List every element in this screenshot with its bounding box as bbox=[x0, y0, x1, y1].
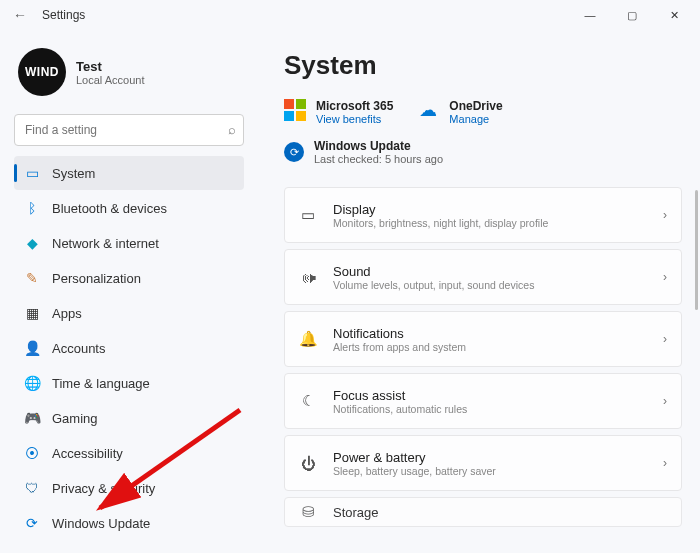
apps-icon: ▦ bbox=[24, 305, 40, 321]
minimize-button[interactable]: — bbox=[578, 3, 602, 27]
display-icon: ▭ bbox=[299, 206, 317, 224]
update-icon: ⟳ bbox=[24, 515, 40, 531]
focus-icon: ☾ bbox=[299, 392, 317, 410]
chevron-right-icon: › bbox=[663, 456, 667, 470]
card-power[interactable]: ⏻ Power & battery Sleep, battery usage, … bbox=[284, 435, 682, 491]
sidebar-item-network[interactable]: ◆ Network & internet bbox=[14, 226, 244, 260]
sidebar-item-label: Accounts bbox=[52, 341, 105, 356]
status-onedrive[interactable]: ☁ OneDrive Manage bbox=[417, 99, 502, 125]
personalization-icon: ✎ bbox=[24, 270, 40, 286]
card-focus[interactable]: ☾ Focus assist Notifications, automatic … bbox=[284, 373, 682, 429]
status-title: OneDrive bbox=[449, 99, 502, 113]
card-title: Display bbox=[333, 202, 647, 217]
accounts-icon: 👤 bbox=[24, 340, 40, 356]
card-sub: Volume levels, output, input, sound devi… bbox=[333, 279, 647, 291]
user-name: Test bbox=[76, 59, 145, 74]
titlebar: ← Settings — ▢ ✕ bbox=[0, 0, 700, 30]
notifications-icon: 🔔 bbox=[299, 330, 317, 348]
sidebar-item-privacy[interactable]: 🛡 Privacy & security bbox=[14, 471, 244, 505]
page-title: System bbox=[284, 50, 682, 81]
card-notifications[interactable]: 🔔 Notifications Alerts from apps and sys… bbox=[284, 311, 682, 367]
sidebar-item-system[interactable]: ▭ System bbox=[14, 156, 244, 190]
sidebar-item-personalization[interactable]: ✎ Personalization bbox=[14, 261, 244, 295]
sidebar-item-label: Bluetooth & devices bbox=[52, 201, 167, 216]
card-title: Focus assist bbox=[333, 388, 647, 403]
ms365-icon bbox=[284, 99, 306, 121]
accessibility-icon: ⦿ bbox=[24, 445, 40, 461]
sidebar-item-label: Personalization bbox=[52, 271, 141, 286]
status-sub: Manage bbox=[449, 113, 502, 125]
privacy-icon: 🛡 bbox=[24, 480, 40, 496]
chevron-right-icon: › bbox=[663, 332, 667, 346]
sidebar-item-label: Time & language bbox=[52, 376, 150, 391]
chevron-right-icon: › bbox=[663, 208, 667, 222]
sidebar-item-accounts[interactable]: 👤 Accounts bbox=[14, 331, 244, 365]
card-title: Sound bbox=[333, 264, 647, 279]
card-sound[interactable]: 🕪 Sound Volume levels, output, input, so… bbox=[284, 249, 682, 305]
search-icon: ⌕ bbox=[228, 122, 236, 137]
sidebar-item-label: Windows Update bbox=[52, 516, 150, 531]
storage-icon: ⛁ bbox=[299, 503, 317, 521]
status-sub: View benefits bbox=[316, 113, 393, 125]
window-title: Settings bbox=[42, 8, 85, 22]
sidebar-item-update[interactable]: ⟳ Windows Update bbox=[14, 506, 244, 540]
sidebar-item-bluetooth[interactable]: ᛒ Bluetooth & devices bbox=[14, 191, 244, 225]
card-title: Storage bbox=[333, 505, 667, 520]
network-icon: ◆ bbox=[24, 235, 40, 251]
back-button[interactable]: ← bbox=[8, 3, 32, 27]
search-input[interactable] bbox=[14, 114, 244, 146]
card-title: Notifications bbox=[333, 326, 647, 341]
card-display[interactable]: ▭ Display Monitors, brightness, night li… bbox=[284, 187, 682, 243]
card-sub: Alerts from apps and system bbox=[333, 341, 647, 353]
close-button[interactable]: ✕ bbox=[662, 3, 686, 27]
sidebar-item-apps[interactable]: ▦ Apps bbox=[14, 296, 244, 330]
sidebar-item-label: System bbox=[52, 166, 95, 181]
sound-icon: 🕪 bbox=[299, 268, 317, 286]
sidebar-item-accessibility[interactable]: ⦿ Accessibility bbox=[14, 436, 244, 470]
profile-block[interactable]: WIND Test Local Account bbox=[14, 40, 244, 110]
card-sub: Sleep, battery usage, battery saver bbox=[333, 465, 647, 477]
main-pane: System Microsoft 365 View benefits ☁ One… bbox=[254, 30, 700, 553]
status-title: Microsoft 365 bbox=[316, 99, 393, 113]
sidebar-item-label: Privacy & security bbox=[52, 481, 155, 496]
sidebar-item-gaming[interactable]: 🎮 Gaming bbox=[14, 401, 244, 435]
status-windows-update[interactable]: ⟳ Windows Update Last checked: 5 hours a… bbox=[284, 139, 682, 165]
gaming-icon: 🎮 bbox=[24, 410, 40, 426]
sidebar: WIND Test Local Account ⌕ ▭ System ᛒ Blu… bbox=[0, 30, 254, 553]
chevron-right-icon: › bbox=[663, 394, 667, 408]
power-icon: ⏻ bbox=[299, 454, 317, 472]
update-status-icon: ⟳ bbox=[284, 142, 304, 162]
bluetooth-icon: ᛒ bbox=[24, 200, 40, 216]
card-sub: Monitors, brightness, night light, displ… bbox=[333, 217, 647, 229]
status-title: Windows Update bbox=[314, 139, 443, 153]
onedrive-icon: ☁ bbox=[417, 99, 439, 121]
status-sub: Last checked: 5 hours ago bbox=[314, 153, 443, 165]
avatar: WIND bbox=[18, 48, 66, 96]
sidebar-item-label: Network & internet bbox=[52, 236, 159, 251]
status-ms365[interactable]: Microsoft 365 View benefits bbox=[284, 99, 393, 125]
user-sub: Local Account bbox=[76, 74, 145, 86]
sidebar-item-label: Gaming bbox=[52, 411, 98, 426]
maximize-button[interactable]: ▢ bbox=[620, 3, 644, 27]
system-icon: ▭ bbox=[24, 165, 40, 181]
sidebar-item-label: Accessibility bbox=[52, 446, 123, 461]
chevron-right-icon: › bbox=[663, 270, 667, 284]
scrollbar[interactable] bbox=[695, 190, 698, 310]
card-storage[interactable]: ⛁ Storage bbox=[284, 497, 682, 527]
card-title: Power & battery bbox=[333, 450, 647, 465]
card-sub: Notifications, automatic rules bbox=[333, 403, 647, 415]
time-icon: 🌐 bbox=[24, 375, 40, 391]
sidebar-item-time[interactable]: 🌐 Time & language bbox=[14, 366, 244, 400]
sidebar-item-label: Apps bbox=[52, 306, 82, 321]
